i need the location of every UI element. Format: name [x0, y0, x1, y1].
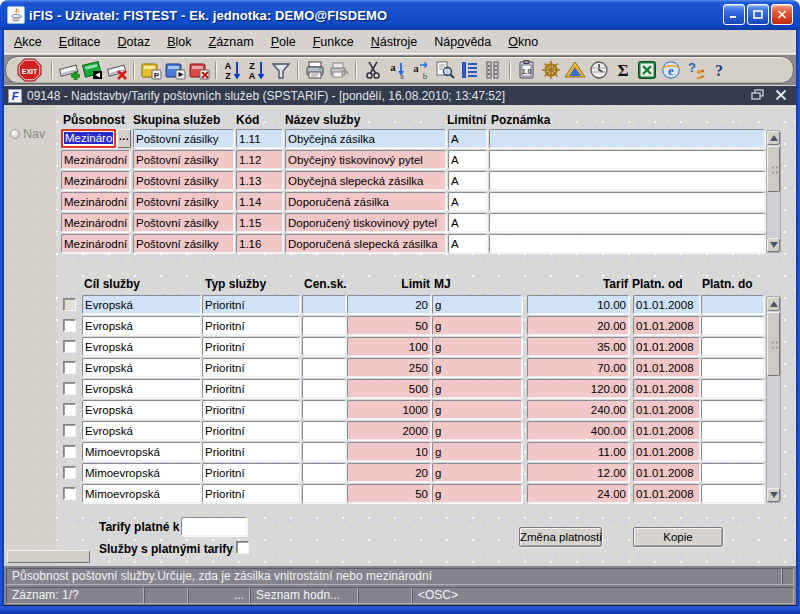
tariff-cell-mj[interactable]: g — [432, 379, 522, 398]
tariff-scrollbar-thumb[interactable] — [767, 312, 780, 376]
tariff-cell-platn_od[interactable]: 01.01.2008 — [633, 337, 700, 356]
tariff-cell-tarif[interactable]: 12.00 — [527, 463, 629, 482]
services-cell-skupina[interactable]: Poštovní zásilky — [133, 150, 234, 169]
tariff-cell-platn_do[interactable] — [701, 295, 764, 314]
menu-item-napoveda[interactable]: Nápověda — [434, 32, 491, 52]
filter-icon[interactable] — [269, 58, 293, 82]
services-cell-skupina[interactable]: Poštovní zásilky — [133, 171, 234, 190]
sort-ascending-icon[interactable]: AZ — [221, 58, 245, 82]
services-cell-poznamka[interactable] — [489, 150, 765, 169]
tariff-cell-platn_od[interactable]: 01.01.2008 — [633, 484, 700, 503]
services-scrollbar-up-arrow[interactable] — [767, 131, 780, 145]
tariff-cell-tarif[interactable]: 20.00 — [527, 316, 629, 335]
context-help-icon[interactable]: ? — [683, 58, 707, 82]
services-cell-pusobnost-current[interactable]: Mezináro — [61, 129, 116, 148]
tariff-cell-mj[interactable]: g — [432, 295, 522, 314]
tariff-row-checkbox[interactable] — [63, 382, 76, 395]
tariff-cell-platn_od[interactable]: 01.01.2008 — [633, 421, 700, 440]
tariff-cell-cil[interactable]: Evropská — [82, 316, 201, 335]
tariff-cell-mj[interactable]: g — [432, 442, 522, 461]
tariff-scrollbar-down-arrow[interactable] — [767, 488, 780, 502]
tariff-cell-censk[interactable] — [302, 358, 346, 377]
services-cell-limitni[interactable]: A — [448, 213, 487, 232]
replace-icon[interactable]: ab — [409, 58, 433, 82]
menu-item-nastroje[interactable]: Nástroje — [371, 32, 418, 52]
tariff-cell-typ[interactable]: Prioritní — [202, 358, 300, 377]
change-validity-button[interactable]: Změna platnosti — [519, 527, 602, 547]
duplicate-record-icon[interactable] — [81, 58, 105, 82]
services-cell-poznamka[interactable] — [489, 129, 765, 148]
tariff-row-checkbox[interactable] — [63, 403, 76, 416]
cut-icon[interactable] — [361, 58, 385, 82]
tariff-cell-mj[interactable]: g — [432, 421, 522, 440]
tariff-cell-typ[interactable]: Prioritní — [202, 442, 300, 461]
services-scrollbar[interactable] — [766, 130, 781, 253]
tariff-cell-platn_od[interactable]: 01.01.2008 — [633, 358, 700, 377]
tariff-cell-limit[interactable]: 500 — [347, 379, 431, 398]
minimize-button[interactable] — [723, 4, 745, 25]
tariff-cell-typ[interactable]: Prioritní — [202, 337, 300, 356]
services-cell-nazev[interactable]: Doporučená zásilka — [285, 192, 446, 211]
tariff-cell-cil[interactable]: Mimoevropská — [82, 463, 201, 482]
tariff-cell-cil[interactable]: Evropská — [82, 295, 201, 314]
tariff-cell-cil[interactable]: Evropská — [82, 421, 201, 440]
tariff-cell-censk[interactable] — [302, 337, 346, 356]
excel-icon[interactable] — [635, 58, 659, 82]
services-cell-kod[interactable]: 1.15 — [236, 213, 283, 232]
tariff-cell-platn_do[interactable] — [701, 358, 764, 377]
tariff-cell-limit[interactable]: 250 — [347, 358, 431, 377]
services-cell-kod[interactable]: 1.13 — [236, 171, 283, 190]
tariff-cell-limit[interactable]: 20 — [347, 463, 431, 482]
lov-button[interactable]: ... — [117, 129, 131, 148]
sum-icon[interactable]: Σ — [611, 58, 635, 82]
menu-item-blok[interactable]: Blok — [167, 32, 191, 52]
tariff-cell-platn_do[interactable] — [701, 421, 764, 440]
services-cell-kod[interactable]: 1.14 — [236, 192, 283, 211]
tariff-cell-cil[interactable]: Mimoevropská — [82, 484, 201, 503]
enter-query-icon[interactable]: P — [139, 58, 163, 82]
tariff-scrollbar-up-arrow[interactable] — [767, 297, 780, 311]
tariff-cell-platn_od[interactable]: 01.01.2008 — [633, 316, 700, 335]
tariff-cell-limit[interactable]: 2000 — [347, 421, 431, 440]
services-scrollbar-down-arrow[interactable] — [767, 238, 780, 252]
menu-item-okno[interactable]: Okno — [508, 32, 538, 52]
tariff-cell-censk[interactable] — [302, 421, 346, 440]
menu-item-zaznam[interactable]: Záznam — [209, 32, 254, 52]
cancel-query-icon[interactable] — [187, 58, 211, 82]
services-cell-nazev[interactable]: Obyčejný tiskovinový pytel — [285, 150, 446, 169]
browser-icon[interactable]: e — [659, 58, 683, 82]
tariff-cell-censk[interactable] — [302, 295, 346, 314]
tariff-cell-platn_do[interactable] — [701, 442, 764, 461]
tariff-cell-cil[interactable]: Evropská — [82, 358, 201, 377]
tariff-cell-censk[interactable] — [302, 442, 346, 461]
tariff-cell-mj[interactable]: g — [432, 463, 522, 482]
services-cell-pusobnost[interactable]: Mezinárodní — [61, 150, 130, 169]
tariff-cell-platn_do[interactable] — [701, 463, 764, 482]
tariff-cell-mj[interactable]: g — [432, 400, 522, 419]
tariff-row-checkbox[interactable] — [63, 487, 76, 500]
menu-item-editace[interactable]: Editace — [59, 32, 101, 52]
tariff-cell-cil[interactable]: Evropská — [82, 337, 201, 356]
tariff-cell-limit[interactable]: 20 — [347, 295, 431, 314]
tariff-cell-platn_od[interactable]: 01.01.2008 — [633, 463, 700, 482]
tariff-cell-mj[interactable]: g — [432, 484, 522, 503]
print-setup-icon[interactable] — [327, 58, 351, 82]
copy-button[interactable]: Kopie — [633, 527, 723, 547]
tariff-cell-censk[interactable] — [302, 463, 346, 482]
tariff-cell-typ[interactable]: Prioritní — [202, 484, 300, 503]
services-cell-pusobnost[interactable]: Mezinárodní — [61, 192, 130, 211]
services-cell-limitni[interactable]: A — [448, 192, 487, 211]
tariff-cell-limit[interactable]: 1000 — [347, 400, 431, 419]
services-cell-kod[interactable]: 1.11 — [236, 129, 283, 148]
tariff-cell-limit[interactable]: 10 — [347, 442, 431, 461]
tariff-cell-censk[interactable] — [302, 484, 346, 503]
services-cell-skupina[interactable]: Poštovní zásilky — [133, 192, 234, 211]
paste-icon[interactable]: aa — [385, 58, 409, 82]
tariff-cell-mj[interactable]: g — [432, 316, 522, 335]
valid-services-checkbox[interactable] — [236, 541, 249, 554]
valid-to-input[interactable] — [181, 517, 247, 536]
tariff-cell-platn_do[interactable] — [701, 316, 764, 335]
menu-item-akce[interactable]: Akce — [14, 32, 42, 52]
sort-descending-icon[interactable]: ZA — [245, 58, 269, 82]
menu-item-dotaz[interactable]: Dotaz — [118, 32, 151, 52]
